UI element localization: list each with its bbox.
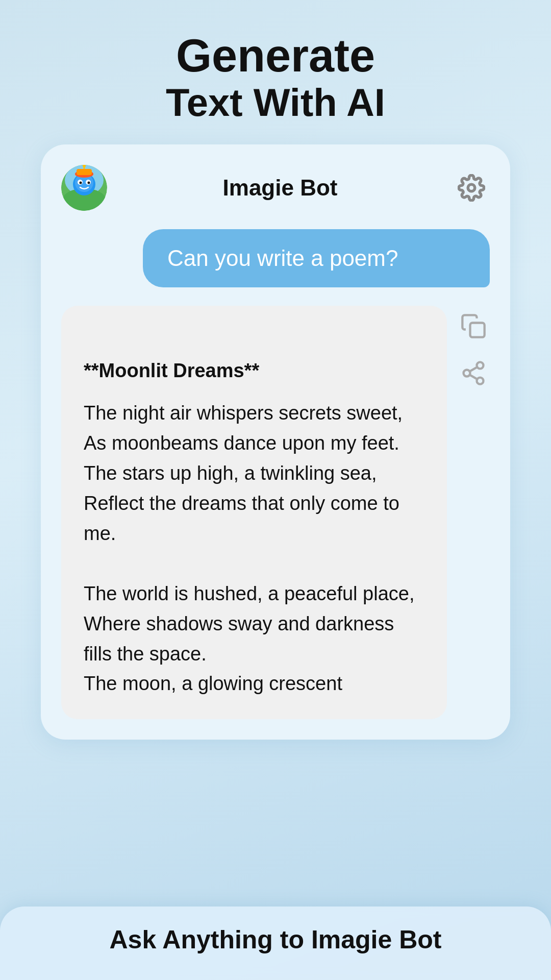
svg-point-14 (477, 362, 484, 369)
chat-card: Imagie Bot Can you write a poem? **Moonl… (41, 144, 510, 740)
bottom-bar[interactable]: Ask Anything to Imagie Bot (0, 906, 551, 980)
share-button[interactable] (457, 357, 490, 389)
svg-line-18 (470, 367, 478, 372)
chat-header: Imagie Bot (61, 165, 490, 211)
page-title-sub: Text With AI (166, 81, 385, 124)
page-title-generate: Generate (166, 31, 385, 81)
svg-point-7 (80, 181, 82, 184)
page-header: Generate Text With AI (166, 31, 385, 124)
svg-line-17 (470, 375, 478, 379)
copy-button[interactable] (457, 310, 490, 342)
svg-rect-13 (470, 323, 485, 337)
svg-point-8 (88, 181, 90, 184)
bot-name: Imagie Bot (107, 175, 453, 201)
bot-response-area: **Moonlit Dreams** The night air whisper… (61, 306, 490, 720)
user-message-bubble: Can you write a poem? (143, 229, 490, 287)
bottom-bar-text: Ask Anything to Imagie Bot (31, 925, 520, 954)
poem-title: **Moonlit Dreams** (84, 360, 259, 381)
share-icon (460, 360, 487, 386)
settings-button[interactable] (453, 169, 490, 206)
action-icons (457, 306, 490, 389)
copy-icon (460, 313, 487, 339)
bot-avatar (61, 165, 107, 211)
poem-body: The night air whispers secrets sweet, As… (84, 398, 424, 699)
poem-content: **Moonlit Dreams** (84, 326, 424, 386)
svg-point-16 (477, 377, 484, 384)
svg-point-15 (464, 370, 470, 376)
svg-rect-10 (77, 169, 92, 175)
gear-icon (458, 174, 485, 202)
bot-message-bubble: **Moonlit Dreams** The night air whisper… (61, 306, 447, 720)
user-message-text: Can you write a poem? (167, 246, 398, 271)
